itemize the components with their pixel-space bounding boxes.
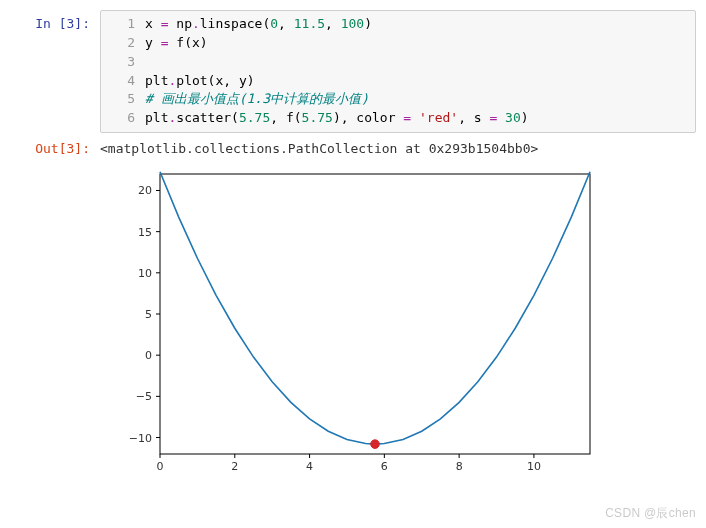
- y-tick-label: 0: [145, 349, 152, 362]
- x-tick-label: 0: [157, 460, 164, 473]
- scatter-min-point: [371, 440, 380, 449]
- output-cell: Out[3]: <matplotlib.collections.PathColl…: [10, 135, 696, 156]
- x-tick-label: 8: [456, 460, 463, 473]
- y-tick-label: 10: [138, 267, 152, 280]
- x-tick-label: 2: [231, 460, 238, 473]
- code-text[interactable]: # 画出最小值点(1.3中计算的最小值): [145, 90, 695, 109]
- line-number: 3: [101, 53, 145, 72]
- code-line[interactable]: 1x = np.linspace(0, 11.5, 100): [101, 15, 695, 34]
- line-series: [160, 172, 590, 444]
- code-text[interactable]: [145, 53, 695, 72]
- x-tick-label: 6: [381, 460, 388, 473]
- code-line[interactable]: 5# 画出最小值点(1.3中计算的最小值): [101, 90, 695, 109]
- code-text[interactable]: plt.scatter(5.75, f(5.75), color = 'red'…: [145, 109, 695, 128]
- code-text[interactable]: y = f(x): [145, 34, 695, 53]
- axes-frame: [160, 174, 590, 454]
- chart: 0246810−10−505101520: [100, 164, 610, 484]
- y-tick-label: 5: [145, 308, 152, 321]
- in-prompt: In [3]:: [10, 10, 100, 31]
- line-number: 2: [101, 34, 145, 53]
- out-prompt: Out[3]:: [10, 135, 100, 156]
- line-number: 1: [101, 15, 145, 34]
- code-line[interactable]: 2y = f(x): [101, 34, 695, 53]
- code-line[interactable]: 3: [101, 53, 695, 72]
- x-tick-label: 4: [306, 460, 313, 473]
- y-tick-label: 15: [138, 226, 152, 239]
- y-tick-label: −5: [136, 390, 152, 403]
- x-tick-label: 10: [527, 460, 541, 473]
- line-number: 5: [101, 90, 145, 109]
- code-text[interactable]: plt.plot(x, y): [145, 72, 695, 91]
- code-line[interactable]: 4plt.plot(x, y): [101, 72, 695, 91]
- output-repr: <matplotlib.collections.PathCollection a…: [100, 135, 696, 156]
- code-editor[interactable]: 1x = np.linspace(0, 11.5, 100)2y = f(x)3…: [100, 10, 696, 133]
- input-cell: In [3]: 1x = np.linspace(0, 11.5, 100)2y…: [10, 10, 696, 133]
- y-tick-label: −10: [129, 432, 152, 445]
- code-text[interactable]: x = np.linspace(0, 11.5, 100): [145, 15, 695, 34]
- line-number: 6: [101, 109, 145, 128]
- line-number: 4: [101, 72, 145, 91]
- code-line[interactable]: 6plt.scatter(5.75, f(5.75), color = 'red…: [101, 109, 695, 128]
- y-tick-label: 20: [138, 185, 152, 198]
- plot-output: 0246810−10−505101520: [100, 164, 696, 484]
